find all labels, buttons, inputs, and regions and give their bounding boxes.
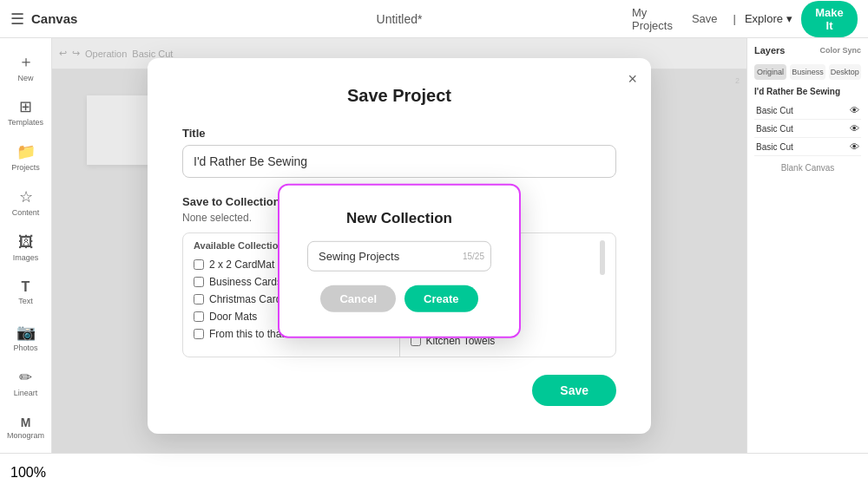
rp-layer-3-name: Basic Cut (756, 142, 793, 152)
sidebar-item-new[interactable]: ＋ New (4, 45, 48, 88)
collection-checkbox-2[interactable] (194, 277, 204, 287)
hamburger-icon[interactable]: ☰ (10, 10, 24, 29)
nc-input-wrap: 15/25 (307, 241, 491, 272)
right-panel-tabs: Original Business Desktop (754, 64, 861, 80)
rp-layer-item-3: Basic Cut 👁 (754, 138, 861, 156)
collection-name-1: 2 x 2 CardMat (209, 259, 274, 271)
sidebar-item-lineart-label: Lineart (14, 389, 38, 397)
right-panel-layers-title: Layers (754, 45, 785, 56)
sidebar-item-images[interactable]: 🖼 Images (4, 226, 48, 269)
sidebar-item-monogram-label: Monogram (7, 431, 44, 440)
collection-name-2: Business Cards (209, 276, 282, 288)
rp-blank-canvas: Blank Canvas (754, 156, 861, 173)
collection-name-3: Christmas Cards (209, 293, 286, 305)
title-field-label: Title (182, 127, 616, 140)
sidebar-item-text[interactable]: T Text (4, 271, 48, 314)
sidebar-item-templates-label: Templates (8, 118, 43, 127)
rp-layer-1-name: Basic Cut (756, 106, 793, 115)
zoom-percentage[interactable]: 100% (10, 465, 46, 481)
rp-layer-2-eye-icon[interactable]: 👁 (850, 123, 859, 134)
scroll-indicator (600, 240, 605, 275)
photos-icon: 📷 (16, 323, 36, 342)
monogram-icon: M (21, 416, 31, 429)
rp-layer-item-1: Basic Cut 👁 (754, 101, 861, 120)
tab-desktop[interactable]: Desktop (829, 64, 861, 80)
save-modal-box: Save Project × Title Save to Collections… (148, 58, 651, 434)
left-sidebar: ＋ New ⊞ Templates 📁 Projects ☆ Content 🖼… (0, 38, 52, 453)
collection-checkbox-1[interactable] (194, 259, 204, 270)
collection-checkbox-5[interactable] (194, 329, 204, 339)
explore-label: Explore (745, 12, 783, 25)
modal-close-button[interactable]: × (628, 70, 637, 88)
nc-title: New Collection (307, 210, 491, 227)
tab-original[interactable]: Original (754, 64, 786, 80)
project-title-text[interactable]: Untitled* (377, 12, 423, 26)
app-name: Canvas (31, 11, 77, 26)
sidebar-item-images-label: Images (13, 253, 39, 262)
save-bar-button[interactable]: Save (685, 9, 725, 29)
collection-name-5: From this to that! (209, 328, 287, 340)
rp-layer-3-eye-icon[interactable]: 👁 (850, 141, 859, 152)
save-modal-backdrop: Save Project × Title Save to Collections… (52, 38, 746, 453)
text-icon: T (22, 279, 30, 295)
new-icon: ＋ (18, 51, 34, 72)
my-projects-link[interactable]: My Projects (632, 6, 676, 32)
templates-icon: ⊞ (19, 97, 32, 116)
topbar-right: My Projects Save | Explore ▾ Make It (632, 1, 858, 37)
separator: | (733, 12, 736, 25)
projects-icon: 📁 (16, 142, 36, 161)
sidebar-item-lineart[interactable]: ✏ Lineart (4, 361, 48, 404)
explore-button[interactable]: Explore ▾ (745, 12, 792, 25)
rp-project-name: I'd Rather Be Sewing (754, 87, 861, 96)
nc-buttons: Cancel Create (307, 285, 491, 312)
topbar-left: ☰ Canvas (10, 10, 167, 29)
lineart-icon: ✏ (19, 368, 32, 387)
title-input[interactable] (182, 145, 616, 178)
collection-checkbox-4[interactable] (194, 311, 204, 322)
rp-layer-item-2: Basic Cut 👁 (754, 120, 861, 138)
chevron-down-icon: ▾ (786, 12, 792, 25)
right-panel-colorsync-title: Color Sync (819, 46, 861, 55)
sidebar-item-content[interactable]: ☆ Content (4, 180, 48, 224)
content-icon: ☆ (19, 187, 33, 206)
modal-save-row: Save (182, 375, 616, 406)
sidebar-item-photos[interactable]: 📷 Photos (4, 316, 48, 359)
sidebar-item-text-label: Text (18, 297, 33, 305)
modal-save-button[interactable]: Save (532, 375, 616, 406)
save-modal-title: Save Project (182, 86, 616, 106)
rp-layer-1-eye-icon[interactable]: 👁 (850, 105, 859, 115)
bottom-bar: 100% (0, 453, 868, 491)
sidebar-item-monogram[interactable]: M Monogram (4, 406, 48, 449)
sidebar-item-projects-label: Projects (11, 163, 40, 172)
new-collection-popup: New Collection 15/25 Cancel Create (278, 184, 521, 338)
tab-business[interactable]: Business (790, 64, 825, 80)
images-icon: 🖼 (18, 233, 34, 252)
sidebar-item-content-label: Content (12, 208, 40, 217)
project-title-bar: Untitled* (377, 12, 423, 26)
rp-layer-2-name: Basic Cut (756, 124, 793, 134)
make-it-button[interactable]: Make It (801, 1, 858, 37)
right-panel: Layers Color Sync Original Business Desk… (746, 38, 868, 453)
nc-create-button[interactable]: Create (404, 285, 477, 312)
topbar-center: Untitled* (167, 12, 632, 26)
sidebar-item-photos-label: Photos (13, 344, 37, 352)
sidebar-item-templates[interactable]: ⊞ Templates (4, 90, 48, 134)
collection-checkbox-3[interactable] (194, 294, 204, 304)
collection-name-4: Door Mats (209, 311, 257, 323)
nc-char-count: 15/25 (463, 252, 484, 261)
sidebar-item-projects[interactable]: 📁 Projects (4, 135, 48, 179)
sidebar-item-new-label: New (17, 74, 33, 82)
topbar: ☰ Canvas Untitled* My Projects Save | Ex… (0, 0, 868, 38)
nc-cancel-button[interactable]: Cancel (320, 285, 396, 312)
